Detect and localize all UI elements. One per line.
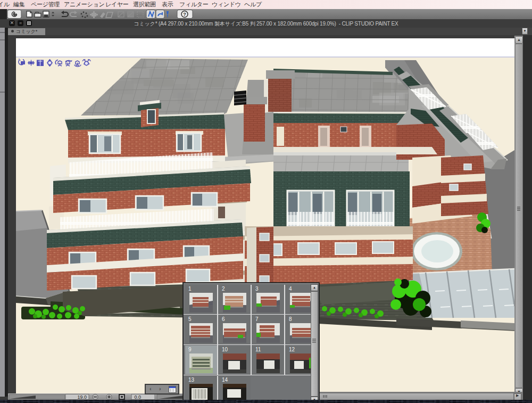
svg-text:19.0: 19.0	[77, 394, 87, 400]
svg-text:?: ?	[183, 12, 186, 17]
svg-text:0.0: 0.0	[134, 394, 141, 400]
